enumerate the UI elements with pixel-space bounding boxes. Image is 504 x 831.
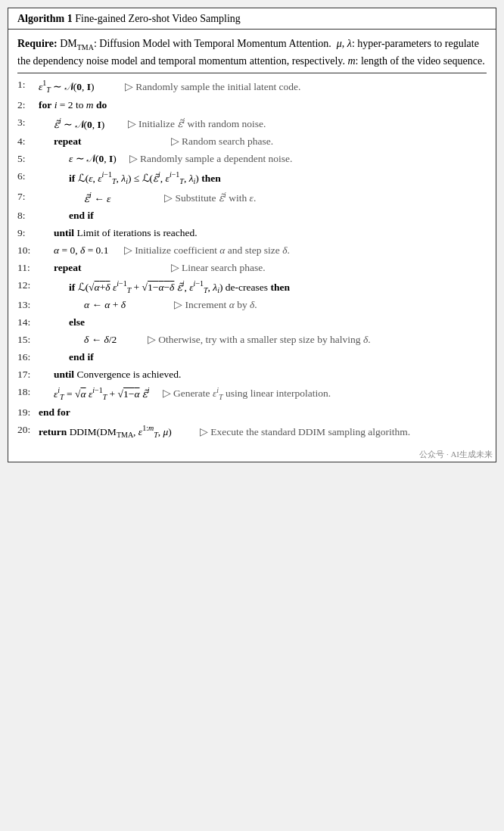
line-content-20: return DDIM(DMTMA, ε1:mT, μ) ▷ Execute t… xyxy=(39,422,487,441)
line-11: 11: repeat ▷ Linear search phase. xyxy=(17,260,487,277)
require-label: Require: xyxy=(17,38,58,49)
line-content-11: repeat ▷ Linear search phase. xyxy=(39,260,487,276)
line-13: 13: α ← α + δ ▷ Increment α by δ. xyxy=(17,297,487,314)
line-6: 6: if ℒ(ε, εi−1T, λi) ≤ ℒ(ε̃i, εi−1T, λi… xyxy=(17,168,487,188)
line-content-12: if ℒ(√α+δ εi−1T + √1−α−δ ε̃i, εi−1T, λi)… xyxy=(39,278,487,297)
line-num-20: 20: xyxy=(17,422,39,438)
algorithm-header: Algorithm 1 Fine-gained Zero-shot Video … xyxy=(8,8,496,30)
line-content-14: else xyxy=(39,315,487,331)
algorithm-box: Algorithm 1 Fine-gained Zero-shot Video … xyxy=(8,8,496,462)
watermark: 公众号 · AI生成未来 xyxy=(8,447,496,462)
line-15: 15: δ ← δ/2 ▷ Otherwise, try with a smal… xyxy=(17,331,487,349)
line-num-3: 3: xyxy=(17,115,39,131)
line-content-10: α = 0, δ = 0.1 ▷ Initialize coefficient … xyxy=(39,243,487,259)
watermark-text: 公众号 · AI生成未来 xyxy=(419,450,493,459)
algorithm-body: Require: DMTMA: Diffusion Model with Tem… xyxy=(8,30,496,447)
require-section: Require: DMTMA: Diffusion Model with Tem… xyxy=(17,33,487,73)
comment-15: ▷ Otherwise, try with a smaller step siz… xyxy=(120,334,371,345)
comment-3: ▷ Initialize ε̃i with random noise. xyxy=(107,118,266,129)
line-10: 10: α = 0, δ = 0.1 ▷ Initialize coeffici… xyxy=(17,242,487,260)
line-4: 4: repeat ▷ Random search phase. xyxy=(17,133,487,151)
comment-10: ▷ Initialize coefficient α and step size… xyxy=(111,244,290,256)
line-num-11: 11: xyxy=(17,260,39,276)
line-content-15: δ ← δ/2 ▷ Otherwise, try with a smaller … xyxy=(39,332,487,348)
line-content-1: ε1T ∼ 𝒩(0, I) ▷ Randomly sample the init… xyxy=(39,77,487,96)
line-content-3: ε̃i ∼ 𝒩(0, I) ▷ Initialize ε̃i with rand… xyxy=(39,115,487,132)
line-content-17: until Convergence is achieved. xyxy=(39,367,487,383)
line-num-5: 5: xyxy=(17,151,39,167)
line-20: 20: return DDIM(DMTMA, ε1:mT, μ) ▷ Execu… xyxy=(17,422,487,442)
line-9: 9: until Limit of iterations is reached. xyxy=(17,225,487,242)
line-18: 18: εiT = √α εi−1T + √1−α ε̃i ▷ Generate… xyxy=(17,384,487,404)
line-3: 3: ε̃i ∼ 𝒩(0, I) ▷ Initialize ε̃i with r… xyxy=(17,114,487,133)
line-num-6: 6: xyxy=(17,169,39,185)
comment-13: ▷ Increment α by δ. xyxy=(128,299,257,310)
line-2: 2: for i = 2 to m do xyxy=(17,97,487,114)
comment-11: ▷ Linear search phase. xyxy=(84,262,266,273)
algorithm-label: Algorithm 1 xyxy=(17,13,73,24)
line-num-10: 10: xyxy=(17,243,39,259)
line-content-18: εiT = √α εi−1T + √1−α ε̃i ▷ Generate εiT… xyxy=(39,384,487,403)
line-content-8: end if xyxy=(39,208,487,224)
line-5: 5: ε ∼ 𝒩(0, I) ▷ Randomly sample a depen… xyxy=(17,151,487,168)
line-num-12: 12: xyxy=(17,278,39,294)
line-num-18: 18: xyxy=(17,384,39,400)
comment-5: ▷ Randomly sample a dependent noise. xyxy=(119,153,292,164)
line-8: 8: end if xyxy=(17,207,487,225)
line-content-4: repeat ▷ Random search phase. xyxy=(39,134,487,150)
line-content-19: end for xyxy=(39,405,487,421)
line-14: 14: else xyxy=(17,314,487,331)
line-num-15: 15: xyxy=(17,332,39,348)
line-num-9: 9: xyxy=(17,226,39,241)
line-7: 7: ε̃i ← ε ▷ Substitute ε̃i with ε. xyxy=(17,188,487,207)
line-num-8: 8: xyxy=(17,208,39,224)
line-1: 1: ε1T ∼ 𝒩(0, I) ▷ Randomly sample the i… xyxy=(17,76,487,97)
line-num-1: 1: xyxy=(17,77,39,93)
line-content-5: ε ∼ 𝒩(0, I) ▷ Randomly sample a dependen… xyxy=(39,151,487,167)
line-content-6: if ℒ(ε, εi−1T, λi) ≤ ℒ(ε̃i, εi−1T, λi) t… xyxy=(39,169,487,188)
line-content-13: α ← α + δ ▷ Increment α by δ. xyxy=(39,297,487,313)
line-17: 17: until Convergence is achieved. xyxy=(17,366,487,384)
comment-1: ▷ Randomly sample the initial latent cod… xyxy=(97,80,301,92)
line-num-4: 4: xyxy=(17,134,39,150)
comment-4: ▷ Random search phase. xyxy=(84,135,273,147)
line-num-14: 14: xyxy=(17,315,39,331)
line-num-13: 13: xyxy=(17,297,39,313)
line-num-7: 7: xyxy=(17,189,39,205)
comment-18: ▷ Generate εiT using linear interpolatio… xyxy=(152,387,331,399)
line-num-19: 19: xyxy=(17,405,39,421)
comment-7: ▷ Substitute ε̃i with ε. xyxy=(114,192,257,204)
algorithm-lines: 1: ε1T ∼ 𝒩(0, I) ▷ Randomly sample the i… xyxy=(17,73,487,441)
comment-20: ▷ Execute the standard DDIM sampling alg… xyxy=(174,425,410,437)
line-num-17: 17: xyxy=(17,367,39,383)
line-content-2: for i = 2 to m do xyxy=(39,98,487,114)
line-num-2: 2: xyxy=(17,98,39,114)
line-content-7: ε̃i ← ε ▷ Substitute ε̃i with ε. xyxy=(39,189,487,207)
line-content-16: end if xyxy=(39,350,487,366)
line-16: 16: end if xyxy=(17,349,487,366)
algorithm-title: Fine-gained Zero-shot Video Sampling xyxy=(75,13,241,24)
line-content-9: until Limit of iterations is reached. xyxy=(39,226,487,241)
require-content: DMTMA: Diffusion Model with Temporal Mom… xyxy=(17,38,485,67)
line-num-16: 16: xyxy=(17,350,39,366)
line-12: 12: if ℒ(√α+δ εi−1T + √1−α−δ ε̃i, εi−1T,… xyxy=(17,277,487,297)
line-19: 19: end for xyxy=(17,404,487,422)
